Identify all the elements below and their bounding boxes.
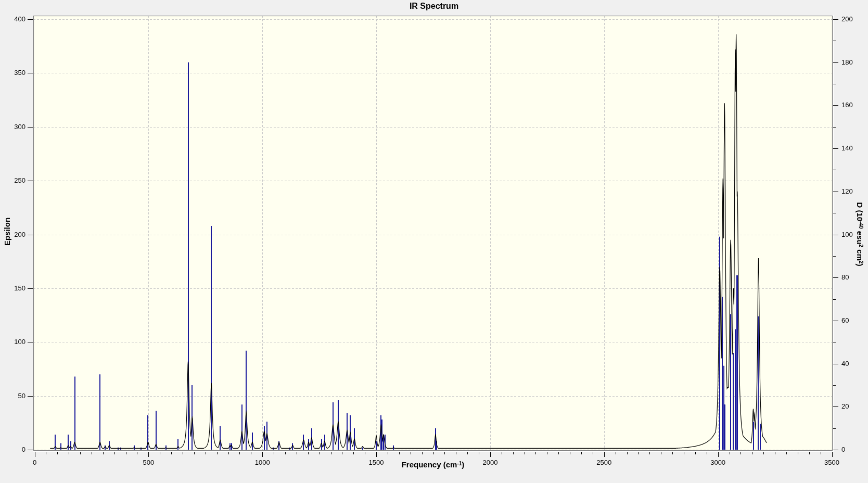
ir-spectrum-window: IR Spectrum Epsilon D (10-40 esu2 cm2) F… <box>0 0 868 483</box>
spectrum-plot-canvas <box>0 0 868 483</box>
